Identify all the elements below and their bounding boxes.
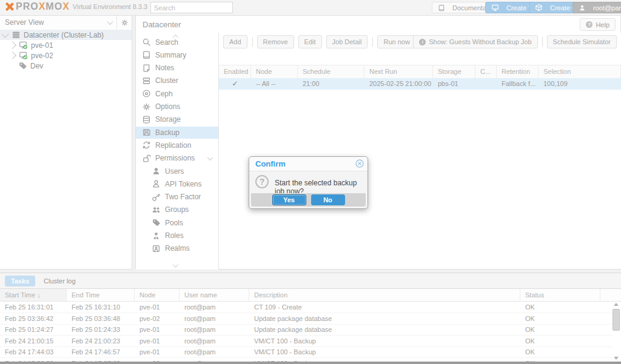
page-title: Datacenter	[143, 20, 181, 29]
task-cell: Update package database	[249, 313, 520, 324]
nav-item-summary[interactable]: Summary	[136, 49, 218, 61]
add-button[interactable]: Add	[223, 35, 247, 48]
column-header-start-time[interactable]: Start Time ↓	[0, 289, 67, 301]
show-guests-without-backup-button[interactable]: ! Show: Guests Without Backup Job	[413, 35, 537, 48]
backup-row-cell: Fallback f...	[497, 78, 539, 90]
nav-item-realms[interactable]: Realms	[136, 242, 218, 254]
task-cell: Feb 25 01:24:27	[0, 324, 67, 335]
column-header-status[interactable]: Status	[520, 289, 600, 301]
task-cell: Update package database	[249, 324, 520, 335]
column-header-c-[interactable]: C...	[475, 65, 497, 78]
tasks-scrollbar[interactable]	[612, 302, 620, 361]
tab-tasks[interactable]: Tasks	[5, 276, 35, 286]
nav-item-roles[interactable]: Roles	[136, 230, 218, 242]
global-search-input[interactable]	[150, 2, 233, 13]
button-label: Add	[229, 38, 241, 45]
edit-button[interactable]: Edit	[298, 35, 322, 48]
task-row[interactable]: Feb 25 01:24:27Feb 25 01:24:33pve-01root…	[0, 324, 613, 336]
column-header-storage[interactable]: Storage	[433, 65, 475, 78]
column-header-retention[interactable]: Retention	[497, 65, 539, 78]
chevron-right-icon[interactable]	[8, 51, 16, 59]
confirm-dialog: Confirm ? Start the selected backup job …	[249, 156, 368, 209]
column-header-schedule[interactable]: Schedule	[298, 65, 364, 78]
scroll-down-icon[interactable]	[614, 357, 619, 360]
nav-item-replication[interactable]: Replication	[136, 139, 218, 151]
dialog-header[interactable]: Confirm	[249, 157, 368, 171]
scroll-up-icon[interactable]	[614, 303, 619, 306]
nav-item-notes[interactable]: Notes	[136, 62, 218, 74]
view-selector-label: Server View	[5, 18, 44, 27]
task-cell: root@pam	[180, 324, 249, 335]
datacenter-icon	[12, 30, 21, 39]
nav-item-api-tokens[interactable]: API Tokens	[136, 178, 218, 190]
nav-item-users[interactable]: Users	[136, 165, 218, 177]
nav-item-backup[interactable]: Backup	[136, 127, 218, 139]
remove-button[interactable]: Remove	[257, 35, 294, 48]
tree-item-datacenter-cluster-lab[interactable]: Datacenter (Cluster-Lab)	[0, 30, 132, 40]
gear-icon	[121, 19, 129, 27]
close-icon[interactable]	[355, 159, 364, 168]
chevron-right-icon[interactable]	[8, 41, 16, 49]
chevron-down-icon[interactable]	[207, 154, 213, 160]
scroll-down-icon[interactable]	[173, 262, 179, 268]
task-row[interactable]: Feb 24 17:44:03Feb 24 17:46:57pve-01root…	[0, 346, 613, 358]
job-detail-button[interactable]: Job Detail	[326, 35, 368, 48]
tasks-panel: Tasks Cluster log Start Time ↓End TimeNo…	[0, 273, 621, 362]
task-row[interactable]: Feb 24 21:00:15Feb 24 21:00:23pve-01root…	[0, 336, 613, 347]
task-row[interactable]: Feb 25 03:36:42Feb 25 03:36:48pve-02root…	[0, 313, 613, 325]
run-now-button[interactable]: Run now	[377, 35, 415, 48]
nav-item-label: Backup	[155, 128, 180, 137]
button-label: Job Detail	[332, 38, 362, 45]
nav-item-cluster[interactable]: Cluster	[136, 74, 218, 87]
role-icon	[152, 231, 161, 240]
tag-icon	[152, 218, 161, 227]
nav-item-pools[interactable]: Pools	[136, 217, 218, 229]
nav-item-label: Search	[155, 38, 178, 47]
tree-item-label: pve-01	[31, 41, 53, 50]
yes-button[interactable]: Yes	[272, 194, 306, 205]
help-button[interactable]: ? Help	[580, 18, 616, 31]
nav-item-options[interactable]: Options	[136, 101, 218, 113]
task-cell: Feb 24 17:46:57	[67, 346, 135, 357]
tree-item-label: pve-02	[31, 51, 53, 60]
brand-text: PROXMOX	[16, 1, 70, 12]
proxmox-x-icon	[4, 1, 15, 12]
tree-settings-button[interactable]	[116, 16, 132, 29]
toolbar-separator	[252, 37, 253, 47]
task-cell: OK	[520, 302, 600, 313]
nav-item-label: Ceph	[155, 90, 173, 98]
column-header-node[interactable]: Node	[251, 65, 298, 78]
scrollbar-thumb[interactable]	[613, 309, 620, 331]
button-label: Remove	[263, 38, 288, 45]
nav-item-groups[interactable]: Groups	[136, 204, 218, 216]
user-menu-button[interactable]: root@pam	[572, 2, 621, 13]
help-label: Help	[596, 21, 609, 28]
schedule-simulator-button[interactable]: Schedule Simulator	[547, 35, 617, 48]
no-button[interactable]: No	[311, 194, 345, 205]
tab-cluster-log[interactable]: Cluster log	[38, 276, 82, 286]
nav-item-permissions[interactable]: Permissions	[136, 152, 218, 164]
column-header-node[interactable]: Node	[135, 289, 180, 301]
search-icon	[142, 38, 151, 47]
task-cell: root@pam	[180, 336, 249, 346]
column-header-next-run[interactable]: Next Run	[364, 65, 433, 78]
task-row[interactable]: Feb 25 16:31:01Feb 25 16:31:10pve-01root…	[0, 302, 613, 313]
chevron-down-icon[interactable]	[1, 30, 9, 38]
nav-item-label: Options	[155, 102, 180, 111]
nav-item-ceph[interactable]: Ceph	[136, 88, 218, 100]
view-selector[interactable]: Server View	[0, 16, 132, 30]
column-header-selection[interactable]: Selection	[539, 65, 621, 78]
nav-item-label: Realms	[165, 244, 190, 253]
backup-job-row[interactable]: ✓-- All --21:002025-02-25 21:00:00pbs-01…	[219, 78, 621, 90]
tree-item-dev[interactable]: Dev	[0, 61, 132, 71]
nav-item-search[interactable]: Search	[136, 36, 218, 48]
nav-item-storage[interactable]: Storage	[136, 113, 218, 125]
column-header-enabled[interactable]: Enabled	[219, 65, 251, 78]
tree-item-pve-01[interactable]: pve-01	[0, 40, 132, 50]
column-header-description[interactable]: Description	[249, 289, 520, 301]
tree-item-pve-02[interactable]: pve-02	[0, 50, 132, 61]
help-icon: ?	[586, 21, 592, 28]
column-header-user-name[interactable]: User name	[180, 289, 249, 301]
nav-item-two-factor[interactable]: Two Factor	[136, 191, 218, 203]
column-header-end-time[interactable]: End Time	[67, 289, 135, 301]
